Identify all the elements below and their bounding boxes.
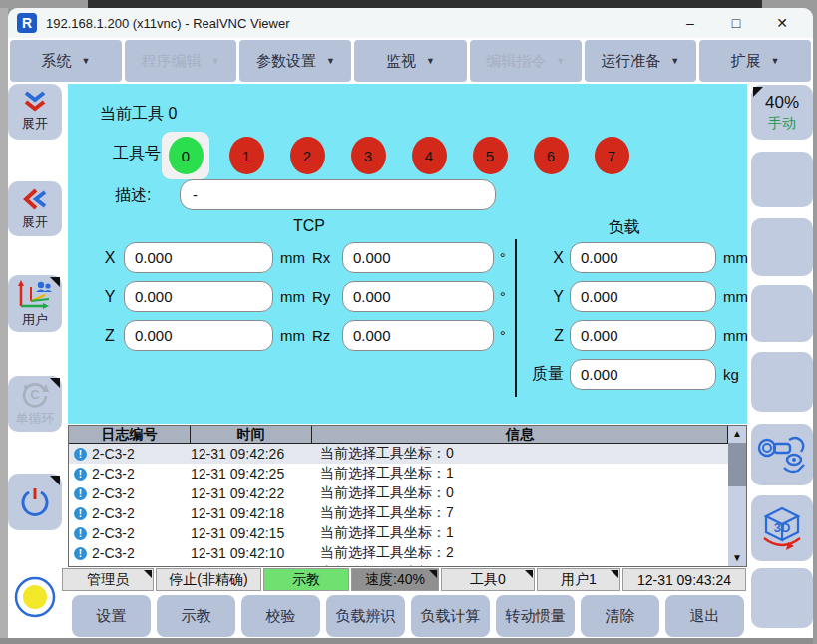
unit-label: mm: [280, 288, 305, 305]
status-tool[interactable]: 工具0: [441, 568, 535, 591]
speed-percent-label: 40%: [765, 93, 799, 113]
log-id: 2-C3-2: [92, 485, 191, 501]
teach-button[interactable]: 示教: [157, 595, 235, 637]
tool-6-button[interactable]: 6: [527, 132, 575, 179]
tcp-z-input[interactable]: [124, 320, 273, 351]
menu-run-prepare[interactable]: 运行准备▼: [585, 40, 696, 82]
expand-left-button[interactable]: 展开: [8, 181, 62, 236]
axis-label: Z: [96, 327, 124, 345]
minimize-button[interactable]: –: [667, 8, 713, 38]
unit-label: mm: [723, 327, 748, 344]
chevron-down-icon: ▼: [556, 56, 565, 66]
user-coordinate-button[interactable]: 用户: [8, 275, 62, 332]
load-z-input[interactable]: [570, 320, 716, 351]
view-3d-button[interactable]: 3D: [751, 495, 813, 561]
tool-circle: 1: [229, 137, 264, 174]
clear-button[interactable]: 清除: [581, 595, 659, 637]
exit-button[interactable]: 退出: [665, 595, 744, 637]
tcp-row-y: Y mm Ry °: [96, 281, 506, 312]
log-row[interactable]: ! 2-C3-2 12-31 09:42:25 当前选择工具坐标：1: [69, 464, 746, 483]
menu-extend[interactable]: 扩展▼: [699, 40, 811, 82]
scrollbar-thumb[interactable]: [728, 443, 746, 486]
right-sidebar-empty-button-3[interactable]: [751, 285, 813, 342]
scroll-down-icon[interactable]: ▼: [728, 550, 746, 566]
realvnc-logo-icon: R: [17, 13, 37, 33]
tool-number-selector: 0 1 2 3 4 5 6 7: [162, 132, 635, 179]
menu-label: 运行准备: [601, 52, 660, 71]
log-row[interactable]: ! 2-C3-2 12-31 09:42:15 当前选择工具坐标：1: [69, 523, 746, 543]
tool-2-button[interactable]: 2: [283, 132, 331, 179]
log-id: 2-C3-2: [92, 466, 191, 482]
description-label: 描述:: [115, 185, 151, 206]
speed-mode-button[interactable]: 40% 手动: [751, 85, 813, 140]
inertia-button[interactable]: 转动惯量: [496, 595, 575, 637]
desktop-background-left: [0, 8, 8, 644]
status-speed[interactable]: 速度:40%: [351, 568, 439, 591]
tool-0-button[interactable]: 0: [162, 132, 209, 179]
log-row[interactable]: ! 2-C3-2 12-31 09:42:26 当前选择工具坐标：0: [69, 444, 746, 464]
right-sidebar-empty-button-4[interactable]: [751, 352, 813, 412]
tcp-rx-input[interactable]: [342, 242, 494, 273]
menu-parameter-settings[interactable]: 参数设置▼: [239, 40, 351, 82]
maximize-button[interactable]: □: [713, 8, 759, 38]
info-icon: !: [74, 527, 87, 540]
single-cycle-label: 单循环: [16, 410, 55, 428]
settings-button[interactable]: 设置: [72, 595, 151, 637]
hand-guide-button[interactable]: [751, 424, 813, 485]
tool-circle: 6: [534, 137, 569, 174]
expand-label: 展开: [22, 115, 48, 133]
load-y-input[interactable]: [570, 281, 716, 312]
load-mass-input[interactable]: [570, 359, 716, 390]
tcp-y-input[interactable]: [124, 281, 273, 312]
cube-3d-label: 3D: [774, 520, 791, 535]
log-row[interactable]: ! 2-C3-2 12-31 09:42:22 当前选择工具坐标：0: [69, 483, 746, 503]
log-message: 当前选择工具坐标：1: [312, 564, 728, 567]
load-row-mass: 质量 kg: [522, 359, 739, 390]
tool-5-button[interactable]: 5: [466, 132, 514, 179]
menu-monitor[interactable]: 监视▼: [354, 40, 466, 82]
tcp-x-input[interactable]: [124, 242, 273, 273]
right-sidebar-empty-button-5[interactable]: [751, 568, 813, 628]
tool-1-button[interactable]: 1: [222, 132, 270, 179]
tool-circle: 5: [473, 137, 508, 174]
status-user-frame[interactable]: 用户1: [537, 568, 620, 591]
status-user-role[interactable]: 管理员: [62, 568, 154, 591]
right-sidebar-empty-button-1[interactable]: [751, 152, 813, 207]
load-identify-button[interactable]: 负载辨识: [326, 595, 405, 637]
load-x-input[interactable]: [570, 242, 716, 273]
log-row[interactable]: ! 2-C3-2 12-31 09:42:10 当前选择工具坐标：2: [69, 543, 746, 563]
log-scrollbar[interactable]: ▲ ▼: [728, 426, 746, 566]
tool-circle: 2: [290, 137, 325, 174]
axis-label: X: [522, 249, 564, 267]
info-icon: !: [74, 448, 87, 461]
tool-4-button[interactable]: 4: [405, 132, 453, 179]
power-icon: [18, 485, 52, 519]
record-button[interactable]: [8, 568, 62, 625]
single-cycle-button[interactable]: C 单循环: [8, 376, 62, 432]
load-row-x: X mm: [522, 242, 748, 273]
power-button[interactable]: [8, 474, 62, 530]
right-sidebar-empty-button-2[interactable]: [751, 218, 813, 276]
log-row[interactable]: ! 2-C3-2 12-31 09:42:07 当前选择工具坐标：1: [69, 563, 746, 567]
close-button[interactable]: ✕: [759, 8, 805, 38]
description-input[interactable]: [180, 179, 496, 210]
scroll-up-icon[interactable]: ▲: [728, 426, 746, 442]
tool-3-button[interactable]: 3: [344, 132, 392, 179]
log-message: 当前选择工具坐标：7: [312, 504, 728, 522]
column-header-log-id: 日志编号: [69, 426, 191, 443]
tool-7-button[interactable]: 7: [588, 132, 635, 179]
bottom-button-bar: 设置 示教 校验 负载辨识 负载计算 转动惯量 清除 退出: [72, 595, 744, 637]
log-time: 12-31 09:42:18: [191, 505, 312, 521]
tcp-ry-input[interactable]: [342, 281, 494, 312]
menu-edit-command[interactable]: 编辑指令▼: [470, 40, 582, 82]
expand-down-button[interactable]: 展开: [8, 84, 62, 140]
cycle-icon: C: [20, 380, 50, 408]
menu-program-edit[interactable]: 程序编辑▼: [125, 40, 236, 82]
axis-label: Y: [522, 288, 564, 306]
load-calculate-button[interactable]: 负载计算: [411, 595, 490, 637]
verify-button[interactable]: 校验: [241, 595, 320, 637]
log-id: 2-C3-2: [92, 545, 191, 561]
menu-system[interactable]: 系统▼: [10, 40, 122, 82]
tcp-rz-input[interactable]: [342, 320, 494, 351]
log-row[interactable]: ! 2-C3-2 12-31 09:42:18 当前选择工具坐标：7: [69, 503, 746, 523]
